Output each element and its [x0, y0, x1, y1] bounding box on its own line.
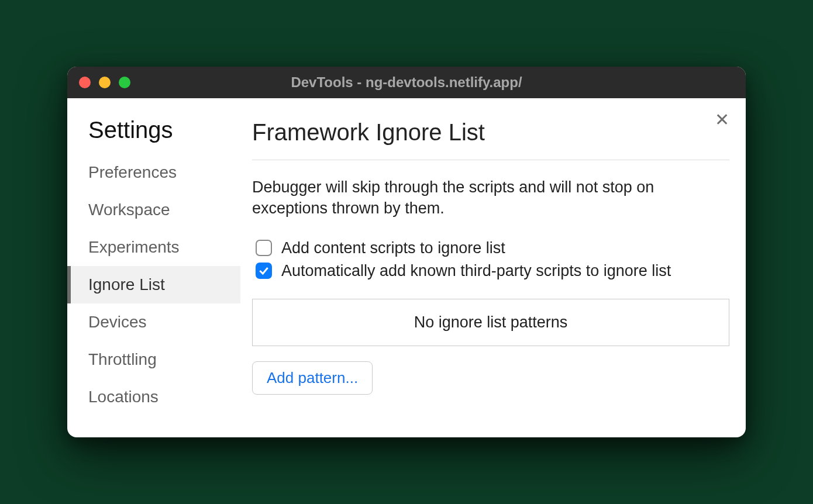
sidebar-item-experiments[interactable]: Experiments [67, 229, 240, 266]
maximize-window-button[interactable] [119, 77, 130, 88]
sidebar-item-throttling[interactable]: Throttling [67, 341, 240, 378]
sidebar-item-label: Ignore List [88, 275, 165, 294]
minimize-window-button[interactable] [99, 77, 111, 88]
sidebar-item-locations[interactable]: Locations [67, 378, 240, 416]
settings-sidebar: Settings Preferences Workspace Experimen… [67, 98, 240, 437]
add-pattern-label: Add pattern... [267, 369, 358, 386]
page-title: Framework Ignore List [252, 119, 729, 160]
third-party-checkbox[interactable] [256, 263, 272, 279]
sidebar-title: Settings [67, 117, 240, 154]
window-title: DevTools - ng-devtools.netlify.app/ [291, 74, 522, 91]
traffic-lights [79, 77, 130, 88]
sidebar-item-label: Throttling [88, 350, 157, 368]
titlebar: DevTools - ng-devtools.netlify.app/ [67, 67, 746, 98]
devtools-window: DevTools - ng-devtools.netlify.app/ ✕ Se… [67, 67, 746, 437]
ignore-list-patterns-box: No ignore list patterns [252, 299, 729, 346]
add-pattern-button[interactable]: Add pattern... [252, 361, 373, 395]
content-scripts-label: Add content scripts to ignore list [281, 239, 505, 257]
close-window-button[interactable] [79, 77, 91, 88]
close-icon[interactable]: ✕ [715, 111, 729, 129]
page-description: Debugger will skip through the scripts a… [252, 177, 729, 219]
sidebar-item-label: Devices [88, 313, 147, 331]
main-panel: Framework Ignore List Debugger will skip… [240, 98, 746, 437]
sidebar-item-devices[interactable]: Devices [67, 303, 240, 341]
sidebar-item-label: Locations [88, 388, 159, 406]
third-party-label: Automatically add known third-party scri… [281, 262, 671, 280]
sidebar-item-label: Workspace [88, 201, 170, 219]
sidebar-item-ignore-list[interactable]: Ignore List [67, 266, 240, 303]
patterns-empty-text: No ignore list patterns [414, 313, 568, 331]
sidebar-item-label: Preferences [88, 163, 177, 181]
checkmark-icon [258, 265, 270, 277]
sidebar-item-workspace[interactable]: Workspace [67, 191, 240, 229]
checkbox-row-third-party: Automatically add known third-party scri… [252, 262, 729, 280]
sidebar-item-preferences[interactable]: Preferences [67, 154, 240, 191]
content-scripts-checkbox[interactable] [256, 240, 272, 256]
content-area: ✕ Settings Preferences Workspace Experim… [67, 98, 746, 437]
sidebar-item-label: Experiments [88, 238, 180, 256]
checkbox-row-content-scripts: Add content scripts to ignore list [252, 239, 729, 257]
